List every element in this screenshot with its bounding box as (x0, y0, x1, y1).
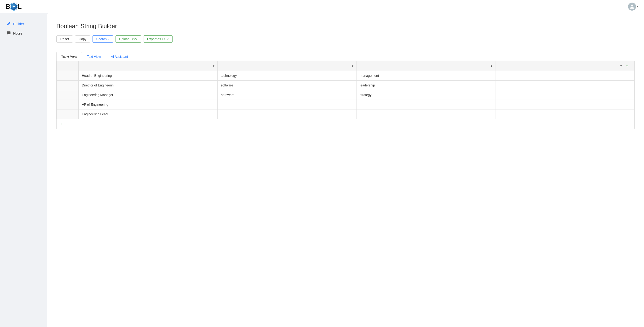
pencil-icon (6, 22, 11, 26)
row-handle (57, 71, 78, 81)
sidebar-item-notes[interactable]: Notes (2, 29, 45, 38)
logo-text-l: L (18, 3, 21, 10)
table-row: Engineering Manager hardware strategy (57, 90, 634, 100)
main-layout: Builder Notes Boolean String Builder Res… (0, 13, 644, 327)
table-body: Head of Engineering technology managemen… (57, 71, 634, 119)
add-row-button[interactable]: + (56, 119, 634, 129)
sidebar-item-builder[interactable]: Builder (2, 19, 45, 28)
col1-dropdown-icon[interactable]: ▾ (213, 64, 214, 68)
user-menu[interactable]: ▾ (628, 3, 638, 11)
page-title: Boolean String Builder (56, 23, 634, 30)
table-row: Head of Engineering technology managemen… (57, 71, 634, 81)
row-col1[interactable]: Head of Engineering (78, 71, 217, 81)
row-col3[interactable] (356, 110, 495, 119)
row-col2[interactable] (217, 100, 356, 110)
copy-button[interactable]: Copy (75, 36, 90, 43)
col3-dropdown-icon[interactable]: ▾ (491, 64, 492, 68)
user-icon (630, 4, 634, 9)
upload-csv-button[interactable]: Upload CSV (115, 36, 141, 43)
logo-icon (10, 3, 17, 10)
row-col4[interactable] (495, 71, 634, 81)
search-chevron-icon: ▾ (108, 38, 109, 40)
table-col1-header[interactable]: ▾ (78, 61, 217, 71)
export-csv-button[interactable]: Export as CSV (143, 36, 173, 43)
table-header-row: ▾ ▾ ▾ (57, 61, 634, 71)
col2-dropdown-icon[interactable]: ▾ (352, 64, 354, 68)
view-tabs: Table View Text View AI Assistant (56, 52, 634, 61)
row-col2[interactable]: hardware (217, 90, 356, 100)
row-handle (57, 100, 78, 110)
col4-dropdown-icon[interactable]: ▾ (620, 64, 622, 68)
row-col3[interactable]: strategy (356, 90, 495, 100)
search-label: Search (96, 37, 106, 41)
notes-icon (6, 31, 11, 35)
table-col4-header[interactable]: ▾ + (495, 61, 634, 71)
row-col1[interactable]: Engineering Manager (78, 90, 217, 100)
main-content: Boolean String Builder Reset Copy Search… (47, 13, 644, 327)
row-col2[interactable]: technology (217, 71, 356, 81)
row-col3[interactable]: management (356, 71, 495, 81)
table-col3-header[interactable]: ▾ (356, 61, 495, 71)
search-button[interactable]: Search ▾ (92, 36, 113, 43)
app-logo: B L (6, 3, 21, 10)
row-handle (57, 81, 78, 90)
row-col4[interactable] (495, 81, 634, 90)
row-handle (57, 90, 78, 100)
row-col1[interactable]: Engineering Lead (78, 110, 217, 119)
data-table: ▾ ▾ ▾ (56, 61, 634, 119)
row-col3[interactable]: leadership (356, 81, 495, 90)
table-wrapper: ▾ ▾ ▾ (56, 61, 634, 129)
row-col2[interactable] (217, 110, 356, 119)
reset-button[interactable]: Reset (56, 36, 73, 43)
row-handle (57, 110, 78, 119)
table-row: Engineering Lead (57, 110, 634, 119)
table-row: Director of Engineerin software leadersh… (57, 81, 634, 90)
tab-text-view[interactable]: Text View (82, 52, 106, 61)
row-col2[interactable]: software (217, 81, 356, 90)
row-col1[interactable]: VP of Engineering (78, 100, 217, 110)
row-col4[interactable] (495, 110, 634, 119)
sidebar-notes-label: Notes (13, 31, 22, 35)
table-row-handle-header (57, 61, 78, 71)
row-col1[interactable]: Director of Engineerin (78, 81, 217, 90)
row-col4[interactable] (495, 100, 634, 110)
toolbar: Reset Copy Search ▾ Upload CSV Export as… (56, 36, 634, 43)
table-row: VP of Engineering (57, 100, 634, 110)
top-navigation: B L ▾ (0, 0, 644, 13)
row-col3[interactable] (356, 100, 495, 110)
tab-table-view[interactable]: Table View (56, 52, 82, 61)
logo-text-b: B (6, 3, 10, 10)
sidebar-builder-label: Builder (13, 22, 24, 26)
table-col2-header[interactable]: ▾ (217, 61, 356, 71)
chevron-down-icon: ▾ (637, 5, 638, 8)
tab-ai-assistant[interactable]: AI Assistant (106, 52, 133, 61)
avatar[interactable] (628, 3, 636, 11)
row-col4[interactable] (495, 90, 634, 100)
add-column-button[interactable]: + (623, 64, 631, 68)
sidebar: Builder Notes (0, 13, 47, 327)
